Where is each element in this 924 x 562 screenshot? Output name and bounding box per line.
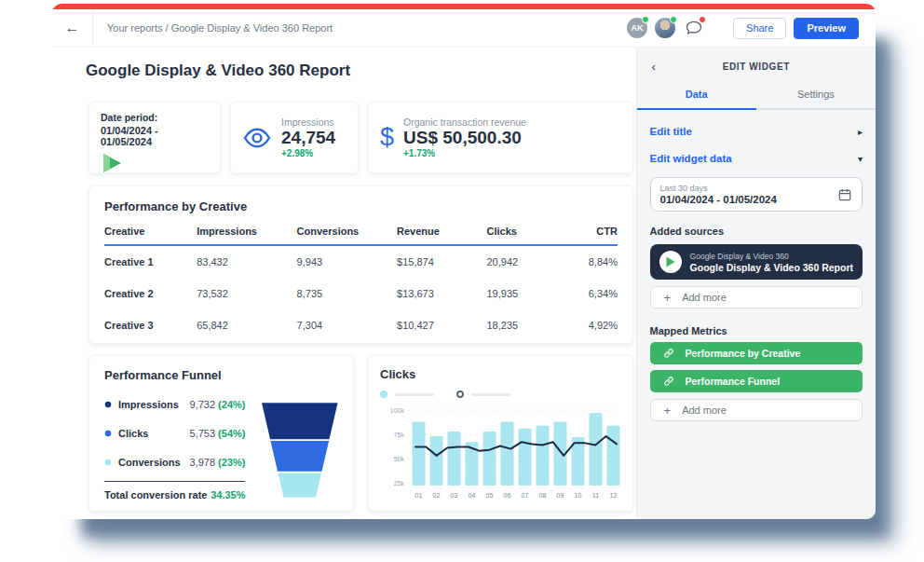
funnel-segment-conversions	[279, 473, 322, 497]
legend-placeholder	[471, 393, 510, 396]
back-button[interactable]: ←	[52, 9, 93, 48]
svg-text:10: 10	[575, 492, 582, 499]
revenue-delta: +1.73%	[403, 148, 526, 158]
svg-text:06: 06	[504, 492, 511, 499]
date-period-label: Date period:	[101, 112, 209, 123]
funnel-title: Performance Funnel	[104, 368, 338, 382]
date-period-value: 01/04/2024 - 01/05/2024	[101, 125, 209, 147]
panel-tabs: Data Settings	[637, 89, 876, 110]
svg-text:04: 04	[469, 492, 476, 499]
link-icon	[663, 376, 674, 387]
mapped-metric-performance-funnel[interactable]: Performance Funnel	[650, 370, 863, 392]
notification-dot	[699, 16, 706, 23]
series-dot-icon	[104, 430, 112, 437]
legend-item-bars	[380, 391, 434, 398]
comments-button[interactable]	[683, 17, 705, 39]
svg-text:05: 05	[486, 492, 494, 499]
tab-data[interactable]: Data	[637, 89, 756, 108]
eye-icon	[242, 127, 272, 149]
total-conversion-value: 34.35%	[211, 489, 245, 500]
report-canvas: Google Display & Video 360 Report Date p…	[52, 48, 636, 519]
top-bar: ← Your reports / Google Display & Video …	[52, 9, 876, 48]
clicks-chart-title: Clicks	[380, 367, 623, 381]
column-header: Revenue	[397, 226, 486, 237]
online-status-dot	[670, 16, 677, 23]
tab-settings[interactable]: Settings	[756, 89, 876, 108]
avatar-photo[interactable]	[655, 18, 675, 38]
svg-text:07: 07	[522, 492, 529, 499]
funnel-segment-clicks	[271, 441, 330, 472]
funnel-segment-impressions	[262, 403, 338, 439]
link-icon	[663, 348, 674, 359]
breadcrumb[interactable]: Your reports / Google Display & Video 36…	[107, 22, 333, 34]
back-arrow-icon: ←	[65, 20, 80, 36]
date-range-picker[interactable]: Last 30 days 01/04/2024 - 01/05/2024	[650, 177, 863, 212]
funnel-row-impressions: Impressions 9,732 (24%)	[104, 390, 245, 418]
legend-placeholder	[395, 393, 434, 396]
date-preset-label: Last 30 days	[660, 184, 777, 193]
funnel-row-conversions: Conversions 3,978 (23%)	[104, 447, 245, 476]
edit-title-row[interactable]: Edit title ▸	[650, 126, 863, 137]
table-row: Creative 2 73,532 8,735 $13,673 19,935 6…	[104, 278, 618, 309]
app-window: ← Your reports / Google Display & Video …	[52, 4, 876, 519]
divider	[104, 481, 245, 482]
series-dot-icon	[104, 401, 112, 408]
revenue-label: Organic transaction revenue	[403, 117, 526, 128]
column-header: Clicks	[486, 226, 564, 237]
chart-legend	[380, 390, 623, 399]
performance-funnel-widget[interactable]: Performance Funnel Impressions	[88, 355, 354, 512]
topbar-actions: AK Share Preview	[627, 17, 876, 39]
online-status-dot	[642, 16, 649, 23]
svg-text:08: 08	[539, 492, 547, 499]
table-title: Performance by Creative	[104, 199, 618, 213]
share-button[interactable]: Share	[733, 18, 786, 39]
impressions-delta: +2.98%	[281, 148, 335, 158]
edit-widget-data-row[interactable]: Edit widget data ▾	[650, 153, 863, 164]
svg-text:50k: 50k	[394, 456, 405, 462]
add-metric-button[interactable]: + Add more	[650, 399, 863, 421]
dollar-icon: $	[380, 125, 394, 150]
performance-by-creative-widget[interactable]: Performance by Creative Creative Impress…	[88, 185, 633, 344]
revenue-value: US$ 50,500.30	[403, 128, 526, 148]
svg-text:75k: 75k	[394, 432, 405, 438]
caret-down-icon: ▾	[858, 154, 863, 164]
panel-back-button[interactable]: ‹	[652, 60, 656, 74]
column-header: Creative	[104, 226, 197, 237]
page-title: Google Display & Video 360 Report	[86, 62, 636, 80]
date-period-card[interactable]: Date period: 01/04/2024 - 01/05/2024	[88, 102, 221, 173]
column-header: CTR	[564, 226, 618, 237]
revenue-card[interactable]: $ Organic transaction revenue US$ 50,500…	[368, 102, 633, 173]
plus-icon: +	[664, 404, 672, 418]
funnel-chart	[262, 398, 338, 502]
svg-text:09: 09	[557, 492, 564, 499]
total-conversion-label: Total conversion rate	[104, 489, 207, 500]
funnel-row-clicks: Clicks 5,753 (54%)	[104, 418, 245, 447]
svg-text:12: 12	[610, 492, 618, 499]
column-header: Conversions	[297, 226, 397, 237]
mapped-metrics-label: Mapped Metrics	[650, 325, 863, 336]
impressions-card[interactable]: Impressions 24,754 +2.98%	[230, 102, 359, 173]
plus-icon: +	[664, 291, 672, 305]
panel-title: EDIT WIDGET	[637, 62, 876, 72]
avatar-initials[interactable]: AK	[627, 18, 647, 38]
dv360-source-icon	[659, 251, 682, 273]
source-provider: Google Display & Video 360	[690, 252, 853, 261]
add-source-button[interactable]: + Add more	[650, 286, 863, 308]
source-name: Google Display & Video 360 Report	[690, 262, 853, 273]
column-header: Impressions	[197, 226, 296, 237]
table-header-row: Creative Impressions Conversions Revenue…	[104, 226, 618, 246]
svg-text:11: 11	[592, 492, 599, 499]
table-row: Creative 1 83,432 9,943 $15,874 20,942 8…	[104, 246, 618, 278]
mapped-metric-performance-by-creative[interactable]: Performance by Creative	[650, 342, 863, 364]
preview-button[interactable]: Preview	[794, 18, 859, 39]
source-card-dv360[interactable]: Google Display & Video 360 Google Displa…	[650, 244, 863, 280]
legend-swatch-icon	[456, 391, 464, 398]
legend-item-line	[456, 391, 510, 398]
date-range-value: 01/04/2024 - 01/05/2024	[660, 194, 777, 205]
svg-text:03: 03	[451, 492, 458, 499]
table-row: Creative 3 65,842 7,304 $10,427 18,235 4…	[104, 309, 618, 341]
legend-swatch-icon	[380, 391, 387, 398]
clicks-chart-widget[interactable]: Clicks 100k75k50k25k01020304050607080910…	[368, 355, 633, 512]
impressions-label: Impressions	[281, 117, 335, 128]
calendar-icon	[837, 187, 852, 202]
